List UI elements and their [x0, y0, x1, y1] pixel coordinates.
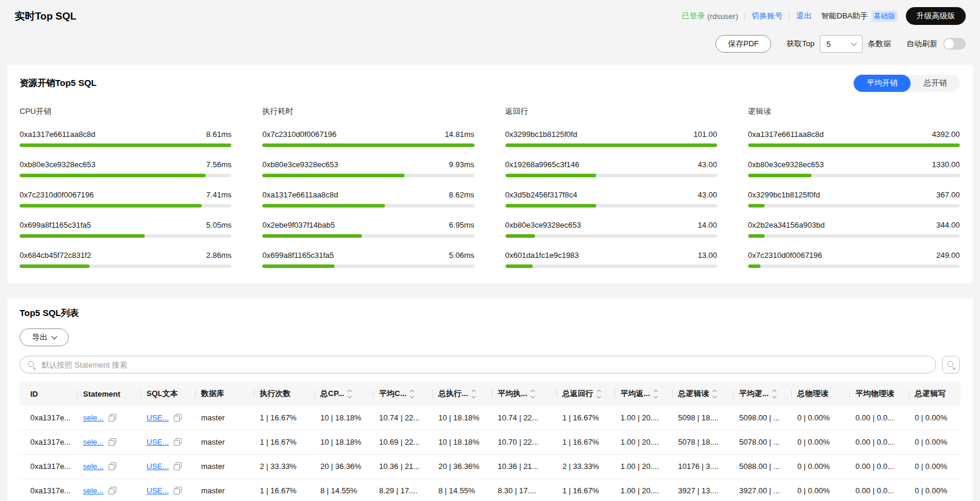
progress-bar-fill: [262, 234, 362, 238]
metric-cell: 1.00 | 20....: [615, 406, 672, 430]
switch-account-link[interactable]: 切换账号: [752, 11, 782, 21]
metric-cell: 1 | 16.67%: [254, 430, 314, 454]
sql-text-cell: USE...: [141, 478, 195, 501]
export-button[interactable]: 导出: [20, 328, 69, 346]
progress-bar-fill: [20, 204, 202, 208]
column-header[interactable]: 总逻辑读: [672, 382, 733, 406]
total-cost-tab[interactable]: 总开销: [911, 75, 960, 92]
metric-value: 4392.00: [932, 130, 960, 139]
sort-icon[interactable]: [773, 390, 776, 398]
metric-value: 249.00: [936, 251, 960, 260]
sql-id: 0x3299bc1b8125f0fd: [505, 130, 577, 139]
progress-bar-fill: [20, 174, 206, 177]
search-input[interactable]: [20, 356, 936, 374]
sql-text-link[interactable]: USE...: [147, 438, 169, 446]
advanced-search-button[interactable]: [942, 356, 960, 374]
metric-column: 返回行 0x3299bc1b8125f0fd 101.00 0x19268a99…: [505, 106, 717, 268]
sort-icon[interactable]: [472, 390, 475, 398]
database-cell: master: [195, 406, 254, 430]
progress-bar-fill: [748, 234, 765, 238]
sort-icon[interactable]: [348, 390, 351, 398]
metric-cell: 0 | 0.00%: [791, 478, 849, 501]
copy-icon[interactable]: [109, 487, 116, 494]
metric-value: 367.00: [936, 190, 960, 199]
metric-cell: 3927.00 | ...: [733, 478, 791, 501]
metric-cell: 10 | 18.18%: [314, 406, 373, 430]
page-title: 实时Top SQL: [15, 9, 77, 23]
login-user: (rdsuser): [707, 12, 738, 21]
copy-icon[interactable]: [174, 438, 182, 446]
top-count-select[interactable]: 5: [820, 35, 863, 53]
column-header[interactable]: 平均C...: [373, 382, 432, 406]
save-pdf-button[interactable]: 保存PDF: [715, 35, 771, 53]
auto-refresh-toggle[interactable]: [943, 38, 966, 50]
sort-icon[interactable]: [411, 390, 413, 398]
copy-icon[interactable]: [109, 438, 116, 446]
metric-row: 0x3299bc1b8125f0fd 367.00: [748, 190, 960, 199]
metric-cell: 1 | 16.67%: [556, 430, 615, 454]
column-header-label: 总逻辑写: [915, 388, 946, 399]
statement-link[interactable]: sele...: [83, 413, 104, 422]
metric-cell: 1 | 16.67%: [254, 478, 314, 501]
sort-icon[interactable]: [654, 390, 657, 398]
progress-bar-fill: [748, 204, 765, 208]
top-count-value: 5: [826, 40, 831, 49]
column-header[interactable]: 总CP...: [314, 382, 373, 406]
metric-cell: 10176 | 3....: [672, 454, 733, 478]
magnifier-icon: [947, 360, 955, 369]
statement-link[interactable]: sele...: [83, 462, 104, 471]
metric-cell: 5098.00 | ...: [733, 406, 791, 430]
column-header: 平均物理读: [849, 382, 909, 406]
copy-icon[interactable]: [174, 414, 182, 422]
column-header[interactable]: 总执行...: [432, 382, 492, 406]
column-header[interactable]: 平均执...: [492, 382, 556, 406]
metric-cell: 0.00 | 0.0...: [849, 454, 909, 478]
progress-bar: [262, 174, 474, 177]
metric-item: 0xb80e3ce9328ec653 9.93ms: [262, 160, 474, 177]
progress-bar: [262, 234, 474, 238]
copy-icon[interactable]: [109, 414, 116, 422]
metric-value: 5.05ms: [206, 221, 232, 229]
logout-link[interactable]: 退出: [796, 11, 812, 21]
sql-text-link[interactable]: USE...: [147, 462, 169, 471]
resource-overview-panel: 资源开销Top5 SQL 平均开销 总开销 CPU开销 0xa1317e6611…: [7, 65, 973, 283]
copy-icon[interactable]: [109, 462, 116, 470]
metric-cell: 2 | 33.33%: [254, 454, 314, 478]
column-header-label: 平均C...: [379, 388, 406, 399]
sql-id: 0xb80e3ce9328ec653: [20, 160, 96, 169]
sort-icon[interactable]: [597, 390, 600, 398]
get-top-label: 获取Top: [787, 39, 814, 49]
sql-text-link[interactable]: USE...: [147, 413, 169, 422]
sort-icon[interactable]: [713, 390, 716, 398]
sql-list-title: Top5 SQL列表: [20, 308, 960, 319]
sql-id: 0x2b2ea34156a903bd: [748, 221, 825, 229]
column-header-label: SQL文本: [147, 388, 178, 399]
copy-icon[interactable]: [174, 487, 182, 494]
metric-cell: 8 | 14.55%: [432, 478, 492, 501]
metric-cell: 0 | 0.00%: [791, 406, 849, 430]
progress-bar: [748, 143, 960, 147]
metric-row: 0x19268a9965c3f146 43.00: [505, 160, 717, 169]
column-header[interactable]: 平均返...: [615, 382, 672, 406]
column-header-label: 总逻辑读: [678, 388, 709, 399]
avg-cost-tab[interactable]: 平均开销: [854, 75, 911, 92]
column-header[interactable]: 平均逻...: [733, 382, 791, 406]
table-row: 0xa1317e...sele...USE...master1 | 16.67%…: [20, 430, 960, 454]
metric-row: 0x699a8f1165c31fa5 5.05ms: [20, 221, 231, 229]
statement-link[interactable]: sele...: [83, 486, 104, 495]
sql-id: 0xa1317e6611aa8c8d: [20, 130, 96, 139]
sql-text-link[interactable]: USE...: [147, 486, 169, 495]
column-header[interactable]: 总返回行: [556, 382, 615, 406]
divider: [789, 12, 790, 20]
metric-cell: 10 | 18.18%: [432, 430, 492, 454]
metric-cell: 10.69 | 22...: [373, 430, 432, 454]
progress-bar: [262, 264, 474, 268]
metric-row: 0xa1317e6611aa8c8d 4392.00: [748, 130, 960, 139]
copy-icon[interactable]: [174, 462, 182, 470]
metric-cell: 10.70 | 22...: [492, 430, 556, 454]
metric-column: CPU开销 0xa1317e6611aa8c8d 8.61ms 0xb80e3c…: [20, 106, 231, 268]
upgrade-button[interactable]: 升级高级版: [906, 7, 966, 25]
sort-icon[interactable]: [532, 390, 534, 398]
sql-id: 0x601da1fc1e9c1983: [505, 251, 579, 260]
statement-link[interactable]: sele...: [83, 438, 104, 446]
